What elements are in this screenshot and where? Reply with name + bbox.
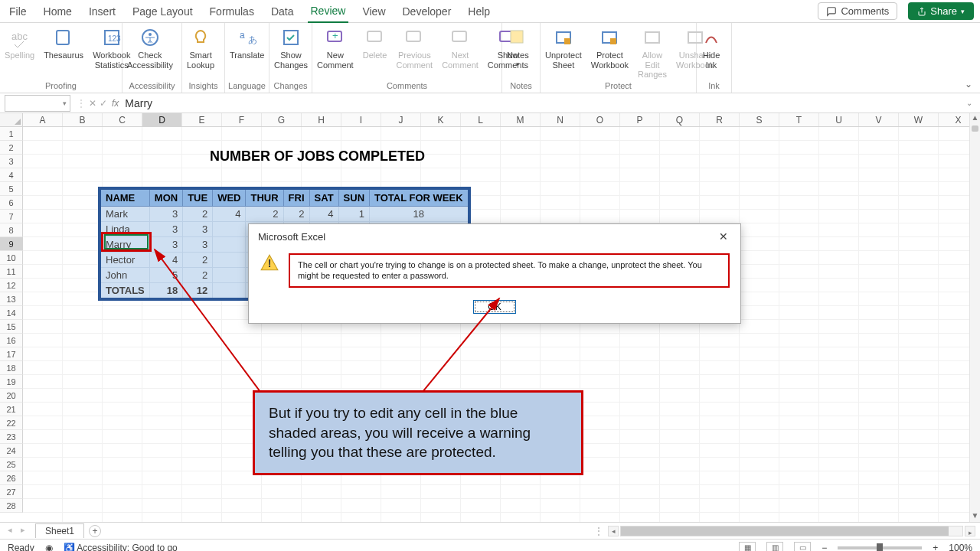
notes-button[interactable]: Notes▾ [502,23,534,80]
hide-ink-button[interactable]: Hide Ink [697,23,726,80]
col-header-D[interactable]: D [142,113,182,126]
next-comment-button[interactable]: Next Comment [437,23,483,80]
table-cell[interactable] [213,222,246,237]
zoom-out-button[interactable]: − [822,543,827,552]
table-cell[interactable]: 3 [183,237,213,253]
col-header-J[interactable]: J [381,113,421,126]
show-changes-button[interactable]: Show Changes [270,23,312,80]
col-header-V[interactable]: V [859,113,899,126]
zoom-slider[interactable] [838,546,922,549]
dialog-ok-button[interactable]: OK [473,300,516,314]
tab-home[interactable]: Home [41,1,75,22]
table-cell[interactable]: 3 [183,222,213,237]
table-cell[interactable]: 2 [183,253,213,268]
col-header-H[interactable]: H [302,113,341,126]
row-header-7[interactable]: 7 [0,210,23,223]
row-header-26[interactable]: 26 [0,471,23,485]
page-break-view-button[interactable]: ▭ [794,542,811,552]
row-header-1[interactable]: 1 [0,127,23,141]
row-header-16[interactable]: 16 [0,334,23,347]
row-header-4[interactable]: 4 [0,168,23,182]
worksheet-grid[interactable]: ABCDEFGHIJKLMNOPQRSTUVWX 123456789101112… [0,113,980,522]
col-header-R[interactable]: R [700,113,740,126]
name-box[interactable] [5,95,70,112]
sheet-nav-buttons[interactable]: ◂ ▸ [8,525,28,535]
row-headers[interactable]: 1234567891011121314151617181920212223242… [0,127,23,522]
page-layout-view-button[interactable]: ▥ [766,542,783,552]
horizontal-scrollbar[interactable]: ◂▸ [608,526,975,536]
unprotect-sheet-button[interactable]: Unprotect Sheet [541,23,586,80]
col-header-P[interactable]: P [620,113,660,126]
table-cell[interactable]: 2 [183,207,213,222]
scroll-down-icon[interactable]: ▼ [970,511,980,522]
scroll-thumb[interactable] [972,126,978,132]
col-header-W[interactable]: W [899,113,939,126]
row-header-13[interactable]: 13 [0,292,23,306]
prev-comment-button[interactable]: Previous Comment [391,23,437,80]
col-header-F[interactable]: F [222,113,262,126]
row-header-9[interactable]: 9 [0,237,23,251]
comments-button[interactable]: Comments [818,2,897,20]
tab-review[interactable]: Review [308,0,349,23]
zoom-in-button[interactable]: + [933,543,938,552]
row-header-24[interactable]: 24 [0,444,23,458]
col-header-E[interactable]: E [182,113,222,126]
scroll-right-icon[interactable]: ▸ [965,526,975,536]
fx-icon[interactable]: fx [112,98,119,109]
col-header-S[interactable]: S [740,113,779,126]
smart-lookup-button[interactable]: Smart Lookup [182,23,219,80]
sheet-tab[interactable]: Sheet1 [35,523,84,538]
col-header-G[interactable]: G [262,113,302,126]
row-header-22[interactable]: 22 [0,416,23,430]
allow-edit-ranges-button[interactable]: Allow Edit Ranges [633,23,671,80]
col-header-N[interactable]: N [541,113,580,126]
col-header-O[interactable]: O [580,113,620,126]
share-button[interactable]: Share ▾ [908,2,974,20]
row-header-15[interactable]: 15 [0,320,23,334]
row-header-3[interactable]: 3 [0,155,23,168]
normal-view-button[interactable]: ▦ [739,542,756,552]
collapse-ribbon-button[interactable]: ⌄ [965,79,972,90]
select-all-button[interactable] [0,113,23,127]
table-cell[interactable]: Marry [100,237,149,253]
check-accessibility-button[interactable]: Check Accessibility [122,23,178,80]
delete-comment-button[interactable]: Delete [358,23,392,80]
tab-formulas[interactable]: Formulas [207,1,257,22]
table-cell[interactable]: 3 [149,237,182,253]
col-header-U[interactable]: U [819,113,859,126]
row-header-21[interactable]: 21 [0,403,23,416]
col-header-Q[interactable]: Q [660,113,700,126]
row-header-12[interactable]: 12 [0,279,23,292]
table-cell[interactable]: 3 [149,222,182,237]
table-cell[interactable]: 18 [370,207,469,222]
col-header-L[interactable]: L [461,113,501,126]
dialog-close-button[interactable]: ✕ [714,229,733,244]
table-cell[interactable]: 2 [283,207,309,222]
table-cell[interactable]: 4 [213,207,246,222]
row-header-14[interactable]: 14 [0,306,23,320]
add-sheet-button[interactable]: + [89,525,101,537]
row-header-28[interactable]: 28 [0,499,23,513]
table-totals-cell[interactable]: 12 [183,283,213,300]
col-header-M[interactable]: M [501,113,541,126]
column-headers[interactable]: ABCDEFGHIJKLMNOPQRSTUVWX [23,113,969,127]
row-header-27[interactable]: 27 [0,485,23,499]
accessibility-status[interactable]: ♿ Accessibility: Good to go [64,543,178,552]
row-header-8[interactable]: 8 [0,223,23,237]
table-cell[interactable]: John [100,268,149,283]
tab-developer[interactable]: Developer [400,1,455,22]
col-header-A[interactable]: A [23,113,63,126]
cancel-icon[interactable]: ✕ [89,98,96,109]
row-header-10[interactable]: 10 [0,251,23,265]
table-cell[interactable]: Linda [100,222,149,237]
row-header-6[interactable]: 6 [0,196,23,210]
spelling-button[interactable]: abcSpelling [0,23,39,80]
expand-formula-icon[interactable]: ⌄ [966,99,972,107]
col-header-K[interactable]: K [421,113,461,126]
tab-page-layout[interactable]: Page Layout [129,1,196,22]
col-header-C[interactable]: C [103,113,142,126]
row-header-20[interactable]: 20 [0,389,23,403]
new-comment-button[interactable]: +New Comment [312,23,358,80]
vertical-scrollbar[interactable]: ▲▼ [969,113,980,522]
table-totals-cell[interactable]: TOTALS [100,283,149,300]
